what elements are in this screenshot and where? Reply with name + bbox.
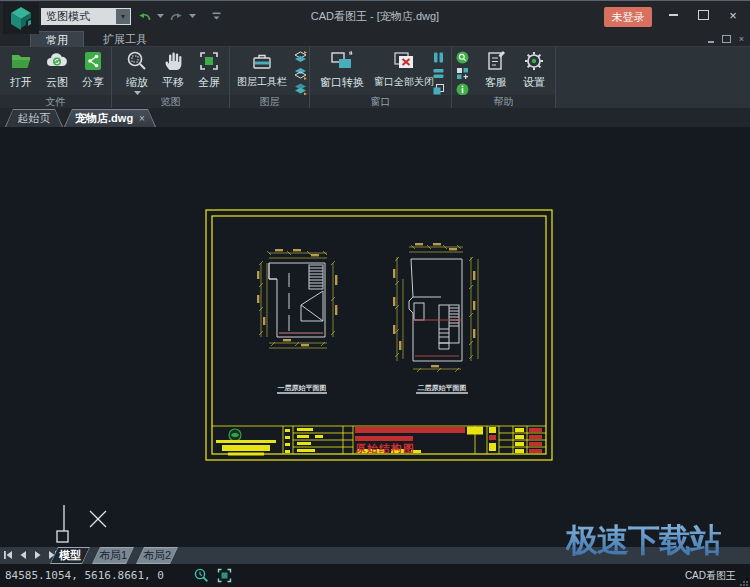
fullscreen-button[interactable]: 全屏 (192, 49, 226, 93)
mdi-minimize-button[interactable] (708, 41, 714, 43)
window-title: CAD看图王 - [宠物店.dwg] (225, 1, 525, 31)
mdi-window-controls: × (708, 32, 744, 46)
pan-hand-icon (161, 49, 185, 73)
drawing-canvas[interactable]: 一层原始平面图 二层原始平面图 (0, 127, 750, 547)
ribbon-group-view: 缩放 平移 全屏 览图 (112, 47, 230, 108)
fit-screen-icon[interactable] (217, 568, 232, 583)
mode-dropdown[interactable]: 览图模式 ▾ (41, 8, 131, 25)
search-help-icon[interactable] (456, 51, 469, 64)
undo-icon (138, 11, 151, 22)
pan-button[interactable]: 平移 (156, 49, 190, 93)
quick-access-toolbar (136, 7, 224, 25)
group-label-help: 帮助 (452, 95, 555, 108)
mode-dropdown-value: 览图模式 (46, 10, 90, 22)
cursor-coordinates: 84585.1054, 5616.8661, 0 (5, 564, 164, 587)
settings-gear-icon (522, 49, 546, 73)
ribbon: 打开 云图 分享 文件 (0, 47, 750, 108)
cad-king-logo-icon (8, 5, 34, 31)
help-tools-column (456, 51, 469, 96)
floor-plan-1 (269, 263, 325, 337)
ribbon-group-layer: 图层工具栏 图层 (230, 47, 310, 108)
layer-tools-column (294, 51, 307, 96)
window-close-all-icon (391, 49, 417, 73)
group-label-window: 窗口 (310, 95, 451, 108)
app-window: 览图模式 ▾ (0, 0, 750, 587)
customize-quick-access-button[interactable] (208, 7, 224, 25)
close-button[interactable]: × (720, 1, 746, 29)
tab-layout2[interactable]: 布局2 (136, 547, 178, 564)
layout-tab-bar: 模型 布局1 布局2 (0, 547, 750, 564)
layer-toolbox-icon (250, 49, 274, 73)
mdi-restore-button[interactable] (722, 35, 731, 43)
prev-tab-button[interactable] (18, 550, 28, 560)
ucs-axis-icon (50, 503, 122, 543)
share-button[interactable]: 分享 (76, 49, 110, 93)
chevron-down-icon[interactable]: ▾ (116, 9, 130, 24)
minimize-icon (669, 14, 678, 16)
cloud-sync-icon (45, 49, 69, 73)
login-button[interactable]: 未登录 (604, 7, 652, 27)
tab-drawing-file[interactable]: 宠物店.dwg × (64, 109, 156, 127)
new-features-icon[interactable] (456, 67, 469, 80)
group-label-file: 文件 (0, 95, 111, 108)
fullscreen-icon (197, 49, 221, 73)
share-icon (81, 49, 105, 73)
window-tile-column (432, 51, 445, 96)
zoom-magnifier-icon (125, 49, 149, 73)
redo-icon (170, 11, 183, 22)
ribbon-tab-row: 常用 扩展工具 (0, 31, 750, 47)
titleblock-title: 原始结构图 (354, 442, 415, 454)
resize-grip[interactable] (740, 578, 748, 586)
tab-model-label: 模型 (51, 548, 89, 563)
layer-off-icon[interactable] (294, 67, 307, 80)
ribbon-group-window: 窗口转换 窗口全部关闭 (310, 47, 452, 108)
close-icon: × (729, 8, 737, 23)
tab-start-page[interactable]: 起始页 (5, 109, 63, 127)
customer-service-button[interactable]: 客服 (478, 49, 514, 93)
zoom-extent-icon[interactable] (194, 568, 209, 583)
support-doc-icon (484, 49, 508, 73)
tab-start-page-label: 起始页 (18, 111, 51, 126)
status-bar: 84585.1054, 5616.8661, 0 CAD看图王 (0, 564, 750, 587)
redo-dropdown[interactable] (184, 7, 200, 25)
undo-dropdown[interactable] (152, 7, 168, 25)
status-icons (194, 568, 232, 583)
statusbar-app-label: CAD看图王 (685, 569, 736, 583)
maximize-icon (698, 10, 709, 20)
open-folder-icon (9, 49, 33, 73)
customize-toolbar-icon (212, 12, 221, 20)
tab-close-icon[interactable]: × (139, 113, 145, 124)
app-logo[interactable] (3, 2, 39, 34)
ribbon-group-help: 客服 设置 帮助 (452, 47, 556, 108)
window-switch-button[interactable]: 窗口转换 (314, 49, 370, 93)
cloud-drawing-button[interactable]: 云图 (40, 49, 74, 93)
cad-sheet: 一层原始平面图 二层原始平面图 (205, 209, 553, 461)
tile-vertical-icon[interactable] (432, 51, 445, 64)
maximize-button[interactable] (690, 1, 716, 29)
tab-layout1[interactable]: 布局1 (92, 547, 134, 564)
tab-layout2-label: 布局2 (137, 548, 177, 563)
chevron-down-icon (157, 14, 164, 18)
close-all-windows-button[interactable]: 窗口全部关闭 (370, 49, 438, 93)
next-tab-button[interactable] (33, 550, 43, 560)
mdi-close-button[interactable]: × (739, 32, 744, 46)
ribbon-group-file: 打开 云图 分享 文件 (0, 47, 112, 108)
first-tab-button[interactable] (3, 550, 13, 560)
zoom-button[interactable]: 缩放 (120, 49, 154, 93)
settings-button[interactable]: 设置 (516, 49, 552, 93)
tile-horizontal-icon[interactable] (432, 67, 445, 80)
group-label-view: 览图 (112, 95, 229, 108)
undo-button[interactable] (136, 7, 152, 25)
group-label-layer: 图层 (230, 95, 309, 108)
minimize-button[interactable] (660, 1, 686, 29)
plan2-caption: 二层原始平面图 (418, 384, 467, 392)
redo-button[interactable] (168, 7, 184, 25)
open-button[interactable]: 打开 (4, 49, 38, 93)
layer-toolbar-button[interactable]: 图层工具栏 (231, 49, 293, 93)
layer-on-icon[interactable] (294, 51, 307, 64)
tab-extended-tools[interactable]: 扩展工具 (92, 31, 158, 47)
tab-drawing-file-label: 宠物店.dwg (75, 111, 133, 126)
window-switch-icon (329, 49, 355, 73)
chevron-down-icon (189, 14, 196, 18)
plan2-dimensions (395, 245, 478, 372)
